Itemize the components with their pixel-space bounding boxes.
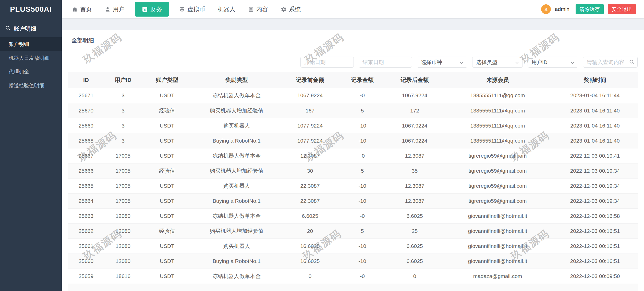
table-cell: 1067.9224 bbox=[281, 88, 339, 103]
table-cell: 30 bbox=[281, 163, 339, 178]
table-cell: 6.6025 bbox=[386, 208, 443, 223]
table-cell: 5 bbox=[339, 223, 386, 238]
table-row: 256713USDT冻结机器人做单本金1067.9224-01067.92241… bbox=[68, 88, 638, 103]
nav-item-label: 用户 bbox=[113, 5, 125, 13]
table-row: 2565918616USDT冻结机器人做单本金0-00madaza@gmail.… bbox=[68, 269, 638, 284]
table-cell: 12080 bbox=[104, 208, 142, 223]
table-cell: 25669 bbox=[68, 118, 104, 133]
table-body: 256713USDT冻结机器人做单本金1067.9224-01067.92241… bbox=[68, 88, 638, 284]
nav-item-finance[interactable]: ¥财务 bbox=[135, 2, 169, 17]
table-cell: USDT bbox=[142, 269, 192, 284]
sidebar-item-0[interactable]: 账户明细 bbox=[0, 37, 62, 51]
avatar[interactable]: a bbox=[541, 4, 551, 14]
table-cell: 13855551111@qq.com bbox=[443, 133, 552, 148]
table-cell: 3 bbox=[104, 88, 142, 103]
table-cell: -10 bbox=[339, 238, 386, 254]
table-cell: 3 bbox=[104, 118, 142, 133]
table-cell: 购买机器人增加经验值 bbox=[192, 163, 281, 178]
nav-item-label: 虚拟币 bbox=[187, 5, 205, 13]
table-row: 2566417005USDTBuying a RobotNo.122.3087-… bbox=[68, 193, 638, 208]
coins-icon bbox=[179, 6, 185, 12]
nav-item-label: 系统 bbox=[289, 5, 301, 13]
clear-cache-button[interactable]: 清除缓存 bbox=[576, 4, 604, 14]
table-cell: USDT bbox=[142, 118, 192, 133]
sidebar-item-1[interactable]: 机器人日发放明细 bbox=[0, 51, 62, 65]
table-cell: 1067.9224 bbox=[386, 88, 443, 103]
table-row: 2566012080USDTBuying a RobotNo.116.6025-… bbox=[68, 254, 638, 269]
table-cell: 12080 bbox=[104, 238, 142, 254]
nav-item-users[interactable]: 用户 bbox=[105, 0, 125, 18]
nav-item-system[interactable]: 系统 bbox=[281, 0, 301, 18]
header-right: a admin 清除缓存 安全退出 bbox=[541, 4, 644, 14]
table-cell: 2022-12-03 00:16:51 bbox=[552, 254, 638, 269]
table-cell: -10 bbox=[339, 193, 386, 208]
sidebar-item-3[interactable]: 赠送经验值明细 bbox=[0, 79, 62, 92]
search-box bbox=[583, 57, 638, 68]
table-cell: 经验值 bbox=[142, 163, 192, 178]
table-cell: -10 bbox=[339, 118, 386, 133]
table-cell: 5 bbox=[339, 163, 386, 178]
table-cell: 17005 bbox=[104, 163, 142, 178]
nav-item-crypto[interactable]: 虚拟币 bbox=[179, 0, 205, 18]
table-cell: 3 bbox=[104, 133, 142, 148]
table-cell: madaza@gmail.com bbox=[443, 269, 552, 284]
type-select-value: 选择类型 bbox=[476, 59, 497, 66]
table-cell: 25668 bbox=[68, 133, 104, 148]
table-cell: 20 bbox=[281, 223, 339, 238]
table-cell: 25661 bbox=[68, 238, 104, 254]
table-cell: -10 bbox=[339, 133, 386, 148]
table-cell: 3 bbox=[104, 103, 142, 118]
logout-button[interactable]: 安全退出 bbox=[608, 4, 636, 14]
column-header: 用户ID bbox=[104, 72, 142, 88]
sidebar-section-title: 账户明细 bbox=[14, 25, 36, 33]
end-date-input[interactable] bbox=[359, 57, 412, 68]
table-cell: 25665 bbox=[68, 178, 104, 193]
table-cell: 13855551111@qq.com bbox=[443, 88, 552, 103]
table-cell: 冻结机器人做单本金 bbox=[192, 208, 281, 223]
table-cell: USDT bbox=[142, 178, 192, 193]
table-cell: 167 bbox=[281, 103, 339, 118]
table-cell: 25666 bbox=[68, 163, 104, 178]
table-cell: 1067.9224 bbox=[386, 118, 443, 133]
table-cell: 25662 bbox=[68, 223, 104, 238]
table-cell: 12080 bbox=[104, 254, 142, 269]
username: admin bbox=[555, 6, 569, 12]
table-cell: tigreregio59@gmail.com bbox=[443, 148, 552, 163]
next-row-stripe bbox=[68, 284, 638, 291]
table-cell: giovannifinelli@hotmail.it bbox=[443, 238, 552, 254]
table-cell: 2022-12-03 00:16:51 bbox=[552, 238, 638, 254]
table-cell: 6.6025 bbox=[386, 254, 443, 269]
top-header: 首页用户¥财务虚拟币机器人内容系统 a admin 清除缓存 安全退出 bbox=[62, 0, 644, 18]
field-select[interactable]: 用户ID bbox=[528, 57, 578, 68]
sidebar-section-header: 账户明细 bbox=[0, 18, 62, 37]
search-icon[interactable] bbox=[629, 59, 635, 66]
app-logo: PLUS500AI bbox=[0, 0, 62, 18]
nav-item-home[interactable]: 首页 bbox=[72, 0, 92, 18]
sidebar-menu: 账户明细机器人日发放明细代理佣金赠送经验值明细 bbox=[0, 37, 62, 92]
table-cell: 0 bbox=[281, 269, 339, 284]
table-cell: -0 bbox=[339, 148, 386, 163]
table-cell: 12.3087 bbox=[386, 148, 443, 163]
currency-select-value: 选择币种 bbox=[421, 59, 442, 66]
table-cell: 25667 bbox=[68, 148, 104, 163]
table-cell: USDT bbox=[142, 193, 192, 208]
table-cell: 12.3087 bbox=[386, 178, 443, 193]
records-table: ID用户ID账户类型奖励类型记录前金额记录金额记录后金额来源会员奖励时间 256… bbox=[68, 72, 638, 284]
table-cell: tigreregio59@gmail.com bbox=[443, 178, 552, 193]
table-cell: 12.3087 bbox=[281, 148, 339, 163]
nav-item-robots[interactable]: 机器人 bbox=[218, 0, 235, 18]
table-cell: 172 bbox=[386, 103, 443, 118]
table-cell: 25 bbox=[386, 223, 443, 238]
main-content: 全部明细 选择币种 选择类型 用户ID ID用户ID账户类型奖励类型记录前金额记… bbox=[62, 30, 644, 291]
page-title: 全部明细 bbox=[62, 30, 644, 44]
currency-select[interactable]: 选择币种 bbox=[417, 57, 467, 68]
table-cell: 5 bbox=[339, 103, 386, 118]
table-cell: giovannifinelli@hotmail.it bbox=[443, 208, 552, 223]
nav-item-content[interactable]: 内容 bbox=[248, 0, 268, 18]
table-cell: 16.6025 bbox=[281, 238, 339, 254]
sidebar-item-2[interactable]: 代理佣金 bbox=[0, 65, 62, 79]
start-date-input[interactable] bbox=[300, 57, 354, 68]
type-select[interactable]: 选择类型 bbox=[472, 57, 523, 68]
sidebar: PLUS500AI 账户明细 账户明细机器人日发放明细代理佣金赠送经验值明细 bbox=[0, 0, 62, 291]
table-cell: USDT bbox=[142, 238, 192, 254]
